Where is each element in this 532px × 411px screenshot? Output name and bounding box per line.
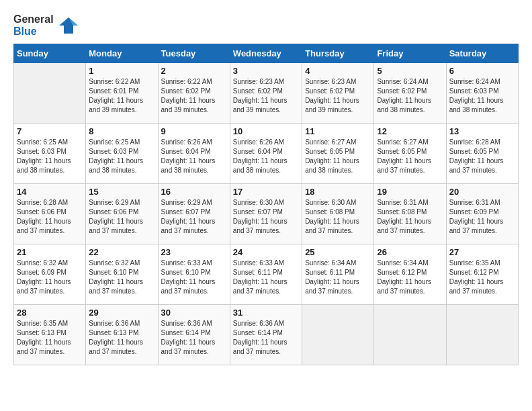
sunrise: Sunrise: 6:35 AM [449,259,515,268]
day-info: Sunrise: 6:24 AM Sunset: 6:03 PM Dayligh… [449,77,515,115]
sunrise: Sunrise: 6:33 AM [161,259,227,268]
sunset: Sunset: 6:03 PM [17,147,83,156]
cell-w5-d6 [446,305,518,365]
day-number: 10 [233,126,299,136]
cell-w3-d5: 19 Sunrise: 6:31 AM Sunset: 6:08 PM Dayl… [374,184,446,244]
day-number: 14 [17,187,83,197]
cell-w1-d4: 4 Sunrise: 6:23 AM Sunset: 6:02 PM Dayli… [302,63,374,124]
day-number: 21 [17,247,83,257]
sunrise: Sunrise: 6:23 AM [305,77,371,87]
day-number: 18 [305,187,371,197]
day-number: 13 [449,126,515,136]
sunrise: Sunrise: 6:24 AM [449,77,515,87]
week-row-5: 28 Sunrise: 6:35 AM Sunset: 6:13 PM Dayl… [14,305,519,365]
sunrise: Sunrise: 6:22 AM [161,77,227,87]
day-info: Sunrise: 6:26 AM Sunset: 6:04 PM Dayligh… [233,138,299,175]
cell-w4-d6: 27 Sunrise: 6:35 AM Sunset: 6:12 PM Dayl… [446,244,518,305]
daylight: Daylight: 11 hours and 37 minutes. [89,338,154,357]
cell-w5-d0: 28 Sunrise: 6:35 AM Sunset: 6:13 PM Dayl… [14,305,86,365]
logo-general: General [13,13,54,26]
cell-w3-d3: 17 Sunrise: 6:30 AM Sunset: 6:07 PM Dayl… [230,184,302,244]
daylight: Daylight: 11 hours and 37 minutes. [17,277,83,296]
cell-w5-d1: 29 Sunrise: 6:36 AM Sunset: 6:13 PM Dayl… [86,305,158,365]
sunrise: Sunrise: 6:30 AM [305,198,371,208]
day-number: 12 [377,126,443,136]
day-info: Sunrise: 6:31 AM Sunset: 6:09 PM Dayligh… [449,198,515,236]
day-number: 17 [233,187,299,197]
sunset: Sunset: 6:12 PM [449,268,515,277]
cell-w4-d5: 26 Sunrise: 6:34 AM Sunset: 6:12 PM Dayl… [374,244,446,305]
day-info: Sunrise: 6:30 AM Sunset: 6:08 PM Dayligh… [305,198,371,236]
daylight: Daylight: 11 hours and 37 minutes. [377,156,443,175]
sunrise: Sunrise: 6:34 AM [305,259,371,268]
cell-w5-d2: 30 Sunrise: 6:36 AM Sunset: 6:14 PM Dayl… [158,305,230,365]
cell-w2-d1: 8 Sunrise: 6:25 AM Sunset: 6:03 PM Dayli… [86,124,158,184]
day-info: Sunrise: 6:27 AM Sunset: 6:05 PM Dayligh… [305,138,371,175]
header-thursday: Thursday [302,44,374,63]
sunrise: Sunrise: 6:28 AM [17,198,83,208]
cell-w4-d3: 24 Sunrise: 6:33 AM Sunset: 6:11 PM Dayl… [230,244,302,305]
day-info: Sunrise: 6:36 AM Sunset: 6:13 PM Dayligh… [89,319,154,357]
sunset: Sunset: 6:04 PM [233,147,299,156]
cell-w1-d2: 2 Sunrise: 6:22 AM Sunset: 6:02 PM Dayli… [158,63,230,124]
day-number: 28 [17,308,83,318]
sunset: Sunset: 6:03 PM [89,147,154,156]
cell-w2-d0: 7 Sunrise: 6:25 AM Sunset: 6:03 PM Dayli… [14,124,86,184]
week-row-2: 7 Sunrise: 6:25 AM Sunset: 6:03 PM Dayli… [14,124,519,184]
sunset: Sunset: 6:11 PM [233,268,299,277]
cell-w2-d2: 9 Sunrise: 6:26 AM Sunset: 6:04 PM Dayli… [158,124,230,184]
sunrise: Sunrise: 6:29 AM [161,198,227,208]
cell-w2-d5: 12 Sunrise: 6:27 AM Sunset: 6:05 PM Dayl… [374,124,446,184]
sunset: Sunset: 6:09 PM [449,208,515,217]
day-info: Sunrise: 6:34 AM Sunset: 6:12 PM Dayligh… [377,259,443,296]
days-header-row: SundayMondayTuesdayWednesdayThursdayFrid… [14,44,519,63]
sunset: Sunset: 6:03 PM [449,87,515,96]
sunrise: Sunrise: 6:24 AM [377,77,443,87]
day-number: 23 [161,247,227,257]
day-info: Sunrise: 6:30 AM Sunset: 6:07 PM Dayligh… [233,198,299,236]
sunset: Sunset: 6:05 PM [377,147,443,156]
sunrise: Sunrise: 6:32 AM [89,259,154,268]
cell-w3-d6: 20 Sunrise: 6:31 AM Sunset: 6:09 PM Dayl… [446,184,518,244]
sunrise: Sunrise: 6:27 AM [305,138,371,147]
daylight: Daylight: 11 hours and 37 minutes. [161,338,227,357]
sunrise: Sunrise: 6:27 AM [377,138,443,147]
sunset: Sunset: 6:10 PM [161,268,227,277]
sunset: Sunset: 6:06 PM [17,208,83,217]
day-number: 16 [161,187,227,197]
cell-w2-d3: 10 Sunrise: 6:26 AM Sunset: 6:04 PM Dayl… [230,124,302,184]
day-info: Sunrise: 6:35 AM Sunset: 6:13 PM Dayligh… [17,319,83,357]
day-number: 4 [305,66,371,76]
sunrise: Sunrise: 6:32 AM [17,259,83,268]
day-info: Sunrise: 6:29 AM Sunset: 6:07 PM Dayligh… [161,198,227,236]
sunrise: Sunrise: 6:26 AM [161,138,227,147]
daylight: Daylight: 11 hours and 39 minutes. [89,96,154,115]
daylight: Daylight: 11 hours and 38 minutes. [377,96,443,115]
sunrise: Sunrise: 6:35 AM [17,319,83,328]
header-wednesday: Wednesday [230,44,302,63]
day-number: 31 [233,308,299,318]
day-number: 20 [449,187,515,197]
week-row-4: 21 Sunrise: 6:32 AM Sunset: 6:09 PM Dayl… [14,244,519,305]
daylight: Daylight: 11 hours and 38 minutes. [305,156,371,175]
day-number: 30 [161,308,227,318]
day-number: 22 [89,247,154,257]
day-number: 8 [89,126,154,136]
sunrise: Sunrise: 6:28 AM [449,138,515,147]
week-row-1: 1 Sunrise: 6:22 AM Sunset: 6:01 PM Dayli… [14,63,519,124]
day-info: Sunrise: 6:26 AM Sunset: 6:04 PM Dayligh… [161,138,227,175]
sunrise: Sunrise: 6:31 AM [377,198,443,208]
daylight: Daylight: 11 hours and 37 minutes. [377,217,443,236]
day-number: 2 [161,66,227,76]
day-info: Sunrise: 6:23 AM Sunset: 6:02 PM Dayligh… [305,77,371,115]
day-number: 9 [161,126,227,136]
day-number: 7 [17,126,83,136]
cell-w3-d2: 16 Sunrise: 6:29 AM Sunset: 6:07 PM Dayl… [158,184,230,244]
sunset: Sunset: 6:12 PM [377,268,443,277]
header-sunday: Sunday [14,44,86,63]
day-info: Sunrise: 6:31 AM Sunset: 6:08 PM Dayligh… [377,198,443,236]
daylight: Daylight: 11 hours and 38 minutes. [233,156,299,175]
daylight: Daylight: 11 hours and 37 minutes. [17,338,83,357]
day-info: Sunrise: 6:32 AM Sunset: 6:09 PM Dayligh… [17,259,83,296]
cell-w3-d0: 14 Sunrise: 6:28 AM Sunset: 6:06 PM Dayl… [14,184,86,244]
